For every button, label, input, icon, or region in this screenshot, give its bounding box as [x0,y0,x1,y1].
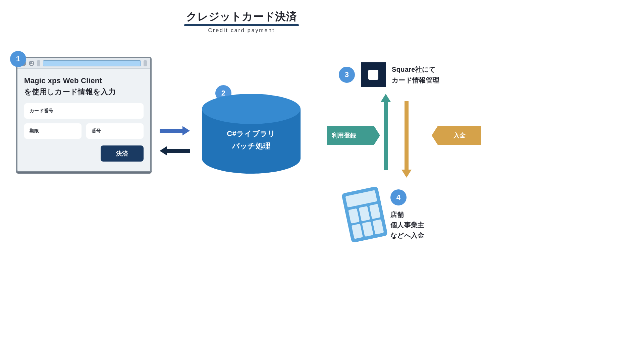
step-3-badge: 3 [339,67,355,83]
step-3-text: Square社にて カード情報管理 [392,64,439,85]
square-logo-icon [361,62,386,87]
arrow-right-icon [160,127,190,135]
url-cap-right [144,60,147,66]
step-2-line2: バッチ処理 [202,140,301,152]
title-en: Credit card payment [0,27,483,34]
step-3: 3 Square社にて カード情報管理 [339,62,439,87]
cvv-field[interactable]: 番号 [86,123,144,139]
pay-button[interactable]: 決済 [101,145,144,162]
expiry-field[interactable]: 期限 [24,123,82,139]
url-bar [43,60,141,66]
arrow-left-icon [160,147,190,155]
arrows-step1-step2 [160,127,190,155]
step-4-badge: 4 [390,189,407,205]
title-ja: クレジットカード決済 [186,9,297,24]
browser-window-icon: Magic xps Web Client を使用しカード情報を入力 カード番号 … [16,57,152,172]
page-header: クレジットカード決済 Credit card payment [0,0,483,34]
arrow-down-icon [403,94,410,178]
step-1-badge: 1 [10,51,26,67]
step-2: 2 C#ライブラリ バッチ処理 [202,94,301,174]
card-number-field[interactable]: カード番号 [24,103,144,119]
calculator-icon [341,186,388,243]
tag-register: 利用登録 [327,126,374,145]
step-2-line1: C#ライブラリ [202,127,301,140]
arrow-up-icon [382,94,389,178]
step-1: 1 Magic xps Web Client を使用しカード情報を入力 カード番… [16,57,152,172]
arrows-step3-step4: 利用登録 入金 [371,94,424,178]
step-1-title: Magic xps Web Client を使用しカード情報を入力 [24,75,144,97]
step-4-text: 店舗 個人事業主 などへ入金 [390,209,425,241]
reload-icon [29,61,34,66]
database-cylinder-icon: C#ライブラリ バッチ処理 [202,94,301,174]
browser-toolbar [17,58,150,69]
url-cap-left [37,60,40,66]
step-4: 4 店舗 個人事業主 などへ入金 [346,189,425,241]
tag-deposit: 入金 [438,126,481,145]
